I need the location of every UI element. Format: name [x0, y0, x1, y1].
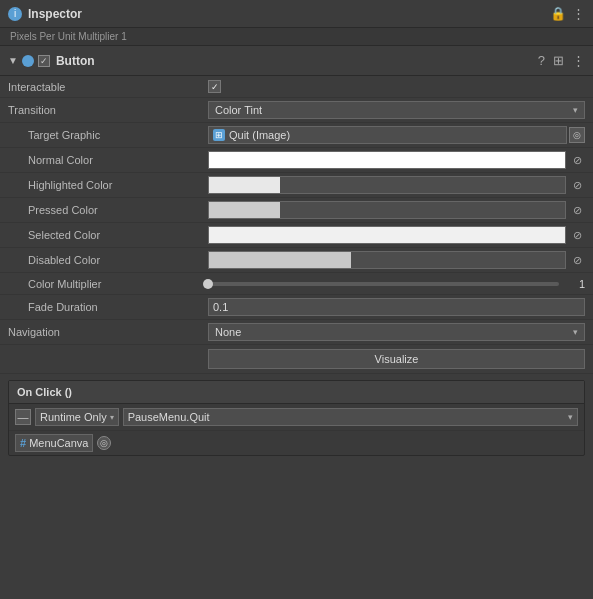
interactable-checkbox[interactable]: ✓ — [208, 80, 221, 93]
color-multiplier-track[interactable] — [208, 282, 559, 286]
disabled-color-value: ⊘ — [208, 251, 585, 269]
menu-canvas-hash-icon: # — [20, 437, 26, 449]
normal-color-eyedropper[interactable]: ⊘ — [569, 152, 585, 168]
highlighted-color-swatch-container[interactable] — [208, 176, 566, 194]
color-multiplier-label: Color Multiplier — [8, 278, 208, 290]
selected-color-label: Selected Color — [8, 229, 208, 241]
interactable-value: ✓ — [208, 80, 585, 93]
color-multiplier-value: 1 — [208, 278, 585, 290]
navigation-value: None ▾ — [208, 323, 585, 341]
disabled-color-field: ⊘ — [208, 251, 585, 269]
disabled-color-label: Disabled Color — [8, 254, 208, 266]
menu-canvas-row: # MenuCanva ◎ — [9, 431, 584, 455]
fade-duration-label: Fade Duration — [8, 301, 208, 313]
pausemenu-quit-dropdown[interactable]: PauseMenu.Quit ▾ — [123, 408, 578, 426]
pressed-color-label: Pressed Color — [8, 204, 208, 216]
onclick-event-row: — Runtime Only ▾ PauseMenu.Quit ▾ — [9, 404, 584, 431]
color-multiplier-slider-container: 1 — [208, 278, 585, 290]
disabled-color-eyedropper[interactable]: ⊘ — [569, 252, 585, 268]
disabled-color-swatch — [209, 252, 351, 268]
fade-duration-input[interactable] — [208, 298, 585, 316]
target-graphic-field: ⊞ Quit (Image) — [208, 126, 567, 144]
menu-canvas-select-btn[interactable]: ◎ — [97, 436, 111, 450]
inspector-title: Inspector — [28, 7, 82, 21]
selected-color-value: ⊘ — [208, 226, 585, 244]
inspector-body: Interactable ✓ Transition Color Tint ▾ T… — [0, 76, 593, 456]
selected-color-row: Selected Color ⊘ — [0, 223, 593, 248]
target-graphic-icon: ⊞ — [213, 129, 225, 141]
pressed-color-swatch-container[interactable] — [208, 201, 566, 219]
normal-color-swatch — [209, 152, 565, 168]
scroll-hint: Pixels Per Unit Multiplier 1 — [0, 28, 593, 46]
transition-dropdown[interactable]: Color Tint ▾ — [208, 101, 585, 119]
navigation-label: Navigation — [8, 326, 208, 338]
selected-color-swatch — [209, 227, 565, 243]
visualize-row: Visualize — [0, 345, 593, 374]
navigation-dropdown[interactable]: None ▾ — [208, 323, 585, 341]
pressed-color-swatch — [209, 202, 280, 218]
inspector-title-bar: i Inspector 🔒 ⋮ — [0, 0, 593, 28]
navigation-row: Navigation None ▾ — [0, 320, 593, 345]
normal-color-swatch-container[interactable] — [208, 151, 566, 169]
color-multiplier-thumb[interactable] — [203, 279, 213, 289]
onclick-remove-btn[interactable]: — — [15, 409, 31, 425]
highlighted-color-label: Highlighted Color — [8, 179, 208, 191]
pressed-color-value: ⊘ — [208, 201, 585, 219]
lock-icon[interactable]: 🔒 — [550, 6, 566, 21]
onclick-section: On Click () — Runtime Only ▾ PauseMenu.Q… — [8, 380, 585, 456]
pressed-color-eyedropper[interactable]: ⊘ — [569, 202, 585, 218]
component-enabled-checkbox[interactable]: ✓ — [38, 55, 50, 67]
normal-color-field: ⊘ — [208, 151, 585, 169]
normal-color-label: Normal Color — [8, 154, 208, 166]
component-dot-icon — [22, 55, 34, 67]
selected-color-swatch-container[interactable] — [208, 226, 566, 244]
menu-canvas-field: # MenuCanva — [15, 434, 93, 452]
menu-icon[interactable]: ⋮ — [572, 6, 585, 21]
highlighted-color-field: ⊘ — [208, 176, 585, 194]
disabled-color-row: Disabled Color ⊘ — [0, 248, 593, 273]
fade-duration-row: Fade Duration — [0, 295, 593, 320]
pressed-color-field: ⊘ — [208, 201, 585, 219]
disabled-color-swatch-container[interactable] — [208, 251, 566, 269]
collapse-arrow[interactable]: ▼ — [8, 55, 18, 66]
interactable-row: Interactable ✓ — [0, 76, 593, 98]
more-icon[interactable]: ⋮ — [572, 53, 585, 68]
menu-canvas-label: MenuCanva — [29, 437, 88, 449]
component-actions: ? ⊞ ⋮ — [538, 53, 585, 68]
pressed-color-row: Pressed Color ⊘ — [0, 198, 593, 223]
component-title: Button — [56, 54, 95, 68]
pausemenu-dropdown-arrow: ▾ — [568, 412, 573, 422]
transition-value: Color Tint ▾ — [208, 101, 585, 119]
target-graphic-select-btn[interactable]: ◎ — [569, 127, 585, 143]
transition-row: Transition Color Tint ▾ — [0, 98, 593, 123]
runtime-dropdown-arrow: ▾ — [110, 413, 114, 422]
transition-dropdown-arrow: ▾ — [573, 105, 578, 115]
settings-icon[interactable]: ⊞ — [553, 53, 564, 68]
title-bar-actions: 🔒 ⋮ — [550, 6, 585, 21]
help-icon[interactable]: ? — [538, 53, 545, 68]
highlighted-color-row: Highlighted Color ⊘ — [0, 173, 593, 198]
normal-color-row: Normal Color ⊘ — [0, 148, 593, 173]
selected-color-eyedropper[interactable]: ⊘ — [569, 227, 585, 243]
target-graphic-row: Target Graphic ⊞ Quit (Image) ◎ — [0, 123, 593, 148]
visualize-button[interactable]: Visualize — [208, 349, 585, 369]
component-header: ▼ ✓ Button ? ⊞ ⋮ — [0, 46, 593, 76]
highlighted-color-value: ⊘ — [208, 176, 585, 194]
color-multiplier-row: Color Multiplier 1 — [0, 273, 593, 295]
normal-color-value: ⊘ — [208, 151, 585, 169]
selected-color-field: ⊘ — [208, 226, 585, 244]
runtime-only-dropdown[interactable]: Runtime Only ▾ — [35, 408, 119, 426]
interactable-label: Interactable — [8, 81, 208, 93]
transition-label: Transition — [8, 104, 208, 116]
color-multiplier-number: 1 — [565, 278, 585, 290]
inspector-icon: i — [8, 7, 22, 21]
target-graphic-value: ⊞ Quit (Image) ◎ — [208, 126, 585, 144]
target-graphic-label: Target Graphic — [8, 129, 208, 141]
highlighted-color-swatch — [209, 177, 280, 193]
highlighted-color-eyedropper[interactable]: ⊘ — [569, 177, 585, 193]
fade-duration-value — [208, 298, 585, 316]
onclick-header: On Click () — [9, 381, 584, 404]
navigation-dropdown-arrow: ▾ — [573, 327, 578, 337]
